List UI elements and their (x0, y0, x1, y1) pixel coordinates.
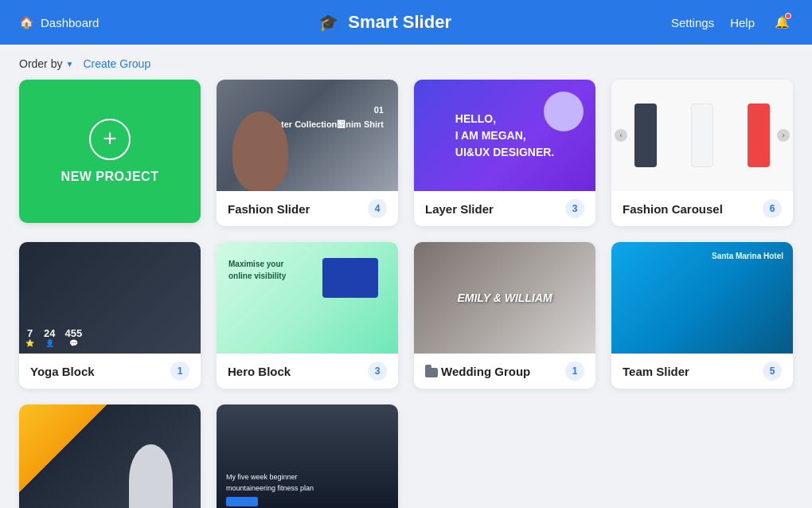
blog-text: My five week beginnermountaineering fitn… (226, 472, 314, 494)
layer-slider-card[interactable]: HELLO,I AM MEGAN,UI&UX DESIGNER. Layer S… (414, 80, 595, 226)
hotel-text: Santa Marina Hotel (712, 252, 783, 260)
hero-block-badge: 3 (368, 361, 387, 381)
header: 🏠 Dashboard 🎓 Smart Slider Settings Help… (0, 0, 812, 45)
fashion-carousel-badge: 6 (763, 199, 782, 218)
laptop-icon (322, 258, 378, 298)
avatar (544, 92, 584, 131)
wedding-thumb: EMILY & WILLIAM (414, 242, 595, 354)
blog-cta (226, 497, 258, 506)
blog-thumb: My five week beginnermountaineering fitn… (217, 404, 398, 508)
prev-icon: ‹ (615, 129, 627, 142)
yoga-block-footer: Yoga Block 1 (19, 354, 201, 389)
fashion-slider-footer: Fashion Slider 4 (217, 191, 398, 226)
model-3 (748, 104, 770, 167)
stat-3: 455 💬 (64, 327, 82, 347)
face-silhouette (232, 111, 288, 191)
hero-text: Maximise youronline visibility (228, 258, 286, 282)
hero-block-card[interactable]: Maximise youronline visibility Hero Bloc… (217, 242, 398, 389)
model-1 (634, 104, 657, 167)
dashboard-label: Dashboard (41, 16, 99, 29)
order-by-control[interactable]: Order by ▼ (19, 57, 73, 70)
home-icon: 🏠 (19, 15, 34, 29)
help-link[interactable]: Help (730, 16, 755, 29)
plus-icon (89, 119, 131, 160)
layer-text: HELLO,I AM MEGAN,UI&UX DESIGNER. (455, 111, 554, 161)
layer-slider-badge: 3 (565, 199, 584, 218)
next-icon: › (777, 129, 790, 142)
settings-link[interactable]: Settings (671, 16, 714, 29)
model-2 (691, 104, 713, 167)
yoga-stats: 7 ⭐ 24 👤 455 💬 (25, 327, 82, 347)
logo-text: Smart Slider (348, 12, 451, 33)
fashion-carousel-footer: Fashion Carousel 6 (611, 191, 793, 226)
fashion-slider-card[interactable]: Fashion Slider 4 (217, 80, 398, 226)
testimonial-slider-card[interactable]: Testimonial Slider 5 (19, 404, 201, 508)
blog-content: My five week beginnermountaineering fitn… (226, 472, 314, 506)
hero-block-footer: Hero Block 3 (217, 354, 398, 389)
fashion-slider-badge: 4 (368, 199, 387, 218)
notification-dot (785, 13, 791, 19)
wedding-text: EMILY & WILLIAM (457, 291, 552, 304)
hero-block-title: Hero Block (228, 365, 291, 378)
yoga-block-badge: 1 (170, 361, 189, 381)
team-slider-title: Team Slider (623, 365, 689, 378)
layer-slider-title: Layer Slider (425, 202, 494, 216)
person-silhouette (129, 444, 173, 508)
notifications-button[interactable]: 🔔 (771, 11, 793, 33)
fashion-slider-title: Fashion Slider (228, 202, 310, 216)
yoga-block-card[interactable]: 7 ⭐ 24 👤 455 💬 Yoga Block 1 (19, 242, 201, 389)
layer-slider-footer: Layer Slider 3 (414, 191, 595, 226)
yoga-thumb: 7 ⭐ 24 👤 455 💬 (19, 242, 201, 354)
team-slider-badge: 5 (763, 361, 782, 381)
project-grid: NEW PROJECT Fashion Slider 4 HELLO,I AM … (0, 80, 812, 508)
toolbar: Order by ▼ Create Group (0, 45, 812, 80)
new-project-card[interactable]: NEW PROJECT (19, 80, 201, 223)
new-project-label: NEW PROJECT (61, 170, 159, 184)
order-by-label: Order by (19, 57, 62, 70)
folder-icon (425, 368, 438, 377)
team-thumb: Santa Marina Hotel (611, 242, 793, 354)
logo: 🎓 Smart Slider (318, 12, 451, 33)
yoga-block-title: Yoga Block (30, 365, 95, 378)
team-slider-card[interactable]: Santa Marina Hotel Team Slider 5 (611, 242, 793, 389)
wedding-group-badge: 1 (565, 361, 584, 381)
wedding-group-title: Wedding Group (425, 365, 530, 378)
order-by-caret: ▼ (65, 60, 73, 68)
fashion-slider-thumb (217, 80, 398, 191)
wedding-group-card[interactable]: EMILY & WILLIAM Wedding Group 1 (414, 242, 595, 389)
stat-1: 7 ⭐ (25, 327, 34, 347)
logo-icon: 🎓 (318, 13, 338, 32)
header-actions: Settings Help 🔔 (671, 11, 793, 33)
stat-2: 24 👤 (44, 327, 55, 347)
create-group-button[interactable]: Create Group (83, 57, 150, 70)
fashion-carousel-thumb: ‹ › (611, 80, 793, 191)
layer-slider-thumb: HELLO,I AM MEGAN,UI&UX DESIGNER. (414, 80, 595, 191)
blog-slider-card[interactable]: My five week beginnermountaineering fitn… (217, 404, 398, 508)
testimonial-thumb (19, 404, 201, 508)
fashion-carousel-title: Fashion Carousel (623, 202, 723, 216)
dashboard-nav[interactable]: 🏠 Dashboard (19, 15, 99, 29)
fashion-carousel-card[interactable]: ‹ › Fashion Carousel 6 (611, 80, 793, 226)
wedding-group-footer: Wedding Group 1 (414, 354, 595, 389)
team-slider-footer: Team Slider 5 (611, 354, 793, 389)
hero-thumb: Maximise youronline visibility (217, 242, 398, 354)
